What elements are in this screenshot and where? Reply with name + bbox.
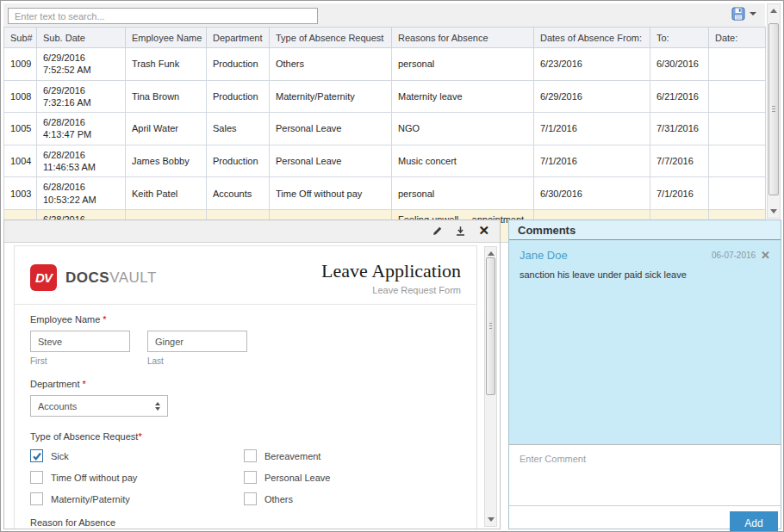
table-cell[interactable]: 7/1/2016 [650, 177, 709, 210]
first-name-input[interactable] [30, 331, 130, 352]
checkbox-icon[interactable] [30, 492, 43, 505]
table-cell[interactable]: 7/7/2016 [650, 145, 709, 177]
table-cell[interactable]: 7/1/2016 [534, 113, 650, 145]
add-comment-button[interactable]: Add [730, 511, 778, 532]
table-cell[interactable] [709, 177, 766, 210]
edit-pencil-icon[interactable] [432, 226, 443, 237]
column-header[interactable]: Employee Name [126, 28, 207, 48]
comment-input[interactable] [509, 445, 781, 505]
table-cell[interactable]: Trash Funk [126, 48, 207, 81]
table-cell[interactable]: 6/28/2016 11:46:53 AM [37, 145, 126, 177]
table-cell[interactable] [709, 113, 766, 145]
comments-footer: Add [509, 505, 781, 529]
table-cell[interactable]: Accounts [207, 177, 270, 210]
table-cell[interactable]: 6/28/2016 4:13:47 PM [37, 113, 126, 145]
table-cell[interactable] [709, 80, 766, 113]
table-row[interactable]: 10046/28/2016 11:46:53 AMJames BobbyProd… [4, 145, 766, 177]
table-cell[interactable]: 1008 [4, 80, 37, 113]
table-cell[interactable] [709, 48, 766, 81]
table-cell[interactable]: personal [392, 48, 534, 81]
table-row[interactable]: 10036/28/2016 10:53:22 AMKeith PatelAcco… [4, 177, 766, 210]
table-cell[interactable]: 6/21/2016 [650, 80, 709, 113]
column-header[interactable]: Date: [709, 28, 766, 48]
table-cell[interactable]: 7/1/2016 [534, 145, 650, 177]
save-icon[interactable] [731, 7, 745, 21]
last-name-input[interactable] [147, 331, 247, 352]
department-select[interactable]: Accounts [30, 395, 168, 417]
table-cell[interactable]: Others [270, 48, 392, 81]
table-cell[interactable]: 1004 [4, 145, 37, 177]
checkbox-icon[interactable] [244, 471, 257, 484]
table-row[interactable]: 10086/29/2016 7:32:16 AMTina BrownProduc… [4, 80, 766, 113]
required-asterisk: * [82, 379, 85, 389]
table-cell[interactable]: 6/29/2016 7:52:52 AM [37, 48, 126, 81]
table-cell[interactable]: 6/30/2016 [650, 48, 709, 81]
table-cell[interactable]: 6/30/2016 [534, 177, 650, 210]
absence-type-option[interactable]: Others [244, 492, 461, 505]
column-header[interactable]: Dates of Absence From: [534, 28, 650, 48]
checkbox-label: Others [264, 494, 293, 504]
scrollbar-thumb[interactable] [486, 257, 495, 395]
checkbox-label: Personal Leave [264, 473, 330, 483]
table-cell[interactable]: Maternity leave [392, 80, 534, 113]
close-icon[interactable]: ✕ [478, 225, 489, 237]
table-cell[interactable]: 6/23/2016 [534, 48, 650, 81]
table-cell[interactable]: Production [207, 145, 270, 177]
form-scrollbar[interactable] [484, 246, 497, 527]
absence-type-option[interactable]: Bereavement [244, 449, 461, 462]
checkbox-icon[interactable] [244, 492, 257, 505]
table-cell[interactable]: 6/28/2016 10:53:22 AM [37, 177, 126, 210]
table-row[interactable]: 10056/28/2016 4:13:47 PMApril WaterSales… [4, 113, 766, 145]
chevron-down-icon[interactable] [750, 12, 756, 15]
scroll-down-arrow[interactable] [485, 513, 496, 526]
table-cell[interactable] [709, 145, 766, 177]
table-cell[interactable]: Production [207, 80, 270, 113]
comment-text: sanction his leave under paid sick leave [520, 269, 770, 280]
table-cell[interactable]: Music concert [392, 145, 534, 177]
table-cell[interactable]: April Water [126, 113, 207, 145]
table-cell[interactable]: 1003 [4, 177, 37, 210]
scroll-down-arrow[interactable] [768, 205, 780, 218]
table-cell[interactable]: NGO [392, 113, 534, 145]
save-dropdown-button[interactable] [731, 7, 756, 21]
scrollbar-thumb[interactable] [768, 23, 779, 195]
table-cell[interactable]: Production [207, 48, 270, 81]
table-cell[interactable]: Keith Patel [126, 177, 207, 210]
column-header[interactable]: Reasons for Absence [392, 28, 534, 48]
absence-type-option[interactable]: Time Off without pay [30, 471, 244, 484]
department-field: Department* Accounts [30, 379, 461, 417]
table-cell[interactable]: 6/29/2016 [534, 80, 650, 113]
delete-comment-icon[interactable]: ✕ [761, 251, 770, 260]
table-cell[interactable]: personal [392, 177, 534, 210]
table-cell[interactable]: Tina Brown [126, 80, 207, 113]
table-cell[interactable]: 1009 [4, 48, 37, 81]
column-header[interactable]: Type of Absence Request [270, 28, 392, 48]
absence-type-option[interactable]: Sick [30, 449, 244, 462]
search-input[interactable] [8, 8, 318, 24]
table-cell[interactable]: James Bobby [126, 145, 207, 177]
checkbox-icon[interactable] [30, 471, 43, 484]
column-header[interactable]: Sub. Date [37, 28, 126, 48]
scroll-up-arrow[interactable] [768, 4, 780, 17]
column-header[interactable]: Sub# [4, 28, 37, 48]
table-cell[interactable]: 1005 [4, 113, 37, 145]
absence-type-label: Type of Absence Request* [30, 431, 461, 442]
checkbox-icon[interactable] [244, 449, 257, 462]
absence-type-option[interactable]: Personal Leave [244, 471, 461, 484]
table-scrollbar[interactable] [767, 3, 781, 219]
column-header[interactable]: Department [207, 28, 270, 48]
comment-author-link[interactable]: Jane Doe [520, 249, 568, 262]
table-cell[interactable]: Time Off without pay [270, 177, 392, 210]
table-cell[interactable]: Sales [207, 113, 270, 145]
up-down-arrows-icon[interactable] [155, 402, 160, 411]
table-cell[interactable]: Maternity/Paternity [270, 80, 392, 113]
table-cell[interactable]: Personal Leave [270, 145, 392, 177]
absence-type-option[interactable]: Maternity/Paternity [30, 492, 244, 505]
download-icon[interactable] [455, 226, 466, 237]
table-cell[interactable]: 6/29/2016 7:32:16 AM [37, 80, 126, 113]
table-cell[interactable]: 7/31/2016 [650, 113, 709, 145]
column-header[interactable]: To: [650, 28, 709, 48]
table-row[interactable]: 10096/29/2016 7:52:52 AMTrash FunkProduc… [4, 48, 766, 81]
table-cell[interactable]: Personal Leave [270, 113, 392, 145]
checkbox-checked-icon[interactable] [30, 449, 43, 462]
